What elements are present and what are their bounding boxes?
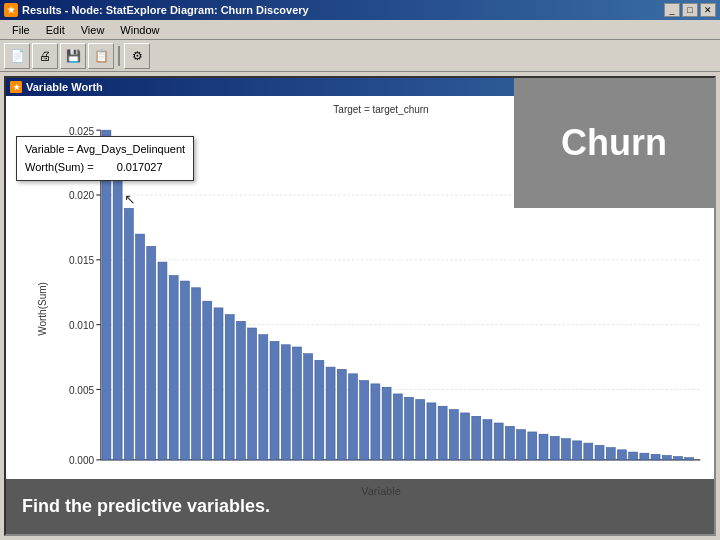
bottom-overlay-text: Find the predictive variables. bbox=[22, 496, 270, 517]
toolbar-new-button[interactable]: 📄 bbox=[4, 43, 30, 69]
bar-37 bbox=[517, 430, 526, 460]
bar-23 bbox=[360, 381, 369, 460]
churn-overlay: Churn bbox=[514, 78, 714, 208]
panel-icon: ★ bbox=[10, 81, 22, 93]
menu-edit[interactable]: Edit bbox=[38, 22, 73, 38]
minimize-button[interactable]: _ bbox=[664, 3, 680, 17]
bar-43 bbox=[584, 443, 593, 460]
bar-38 bbox=[528, 432, 537, 460]
bar-42 bbox=[573, 441, 582, 460]
bar-15 bbox=[270, 341, 279, 459]
tooltip-worth-value: 0.017027 bbox=[117, 161, 163, 173]
menu-view[interactable]: View bbox=[73, 22, 113, 38]
bar-31 bbox=[449, 410, 458, 460]
svg-text:0.010: 0.010 bbox=[69, 320, 95, 331]
bar-36 bbox=[505, 426, 514, 460]
bar-24 bbox=[371, 384, 380, 460]
bar-28 bbox=[416, 400, 425, 460]
bar-18 bbox=[304, 354, 313, 460]
tooltip-variable-value: Avg_Days_Delinquent bbox=[76, 143, 185, 155]
bar-17 bbox=[292, 347, 301, 460]
y-axis-label: Worth(Sum) bbox=[37, 282, 48, 336]
bar-14 bbox=[259, 335, 268, 460]
toolbar-copy-button[interactable]: 📋 bbox=[88, 43, 114, 69]
bar-10 bbox=[214, 308, 223, 460]
bar-44 bbox=[595, 445, 604, 460]
panel-title-left: ★ Variable Worth bbox=[10, 81, 103, 93]
bar-48 bbox=[640, 453, 649, 460]
window-controls: _ □ ✕ bbox=[664, 3, 716, 17]
svg-text:0.005: 0.005 bbox=[69, 385, 95, 396]
toolbar-save-button[interactable]: 💾 bbox=[60, 43, 86, 69]
bar-33 bbox=[472, 416, 481, 460]
tooltip-worth-label: Worth(Sum) = bbox=[25, 161, 94, 173]
menu-file[interactable]: File bbox=[4, 22, 38, 38]
chart-panel: ★ Variable Worth - □ ✕ Target = target_c… bbox=[4, 76, 716, 536]
bar-13 bbox=[248, 328, 257, 460]
svg-text:0.020: 0.020 bbox=[69, 190, 95, 201]
tooltip-variable-label: Variable = bbox=[25, 143, 74, 155]
main-content: ★ Variable Worth - □ ✕ Target = target_c… bbox=[0, 72, 720, 540]
menu-bar: File Edit View Window bbox=[0, 20, 720, 40]
bar-50 bbox=[662, 455, 671, 459]
bar-46 bbox=[617, 450, 626, 460]
tooltip: Variable = Avg_Days_Delinquent Worth(Sum… bbox=[16, 136, 194, 181]
bottom-overlay: Find the predictive variables. bbox=[6, 479, 714, 534]
bar-9 bbox=[203, 301, 212, 460]
bar-51 bbox=[674, 457, 683, 460]
bar-41 bbox=[561, 439, 570, 460]
bar-45 bbox=[606, 448, 615, 460]
svg-text:0.015: 0.015 bbox=[69, 255, 95, 266]
title-bar-left: ★ Results - Node: StatExplore Diagram: C… bbox=[4, 3, 309, 17]
window-title: Results - Node: StatExplore Diagram: Chu… bbox=[22, 4, 309, 16]
bar-11 bbox=[225, 315, 234, 460]
bar-6 bbox=[169, 275, 178, 459]
bar-4 bbox=[147, 246, 156, 459]
bar-32 bbox=[461, 413, 470, 460]
bar-30 bbox=[438, 406, 447, 460]
toolbar-print-button[interactable]: 🖨 bbox=[32, 43, 58, 69]
title-bar: ★ Results - Node: StatExplore Diagram: C… bbox=[0, 0, 720, 20]
bar-12 bbox=[236, 321, 245, 460]
bar-8 bbox=[192, 288, 201, 460]
close-button[interactable]: ✕ bbox=[700, 3, 716, 17]
toolbar-settings-button[interactable]: ⚙ bbox=[124, 43, 150, 69]
bar-22 bbox=[349, 374, 358, 460]
bar-52 bbox=[685, 458, 694, 460]
bar-27 bbox=[405, 397, 414, 460]
bar-39 bbox=[539, 434, 548, 460]
panel-title-text: Variable Worth bbox=[26, 81, 103, 93]
bar-21 bbox=[337, 369, 346, 460]
bar-7 bbox=[180, 281, 189, 460]
bar-16 bbox=[281, 345, 290, 460]
bar-5 bbox=[158, 262, 167, 460]
bar-20 bbox=[326, 367, 335, 460]
bar-2 bbox=[124, 208, 133, 459]
toolbar-separator bbox=[118, 46, 120, 66]
svg-text:0.025: 0.025 bbox=[69, 126, 95, 137]
churn-overlay-text: Churn bbox=[561, 122, 667, 164]
bar-3 bbox=[136, 234, 145, 460]
svg-text:0.000: 0.000 bbox=[69, 455, 95, 466]
bar-26 bbox=[393, 394, 402, 460]
maximize-button[interactable]: □ bbox=[682, 3, 698, 17]
bar-1 bbox=[113, 156, 122, 460]
bar-47 bbox=[629, 452, 638, 460]
bar-49 bbox=[651, 454, 660, 460]
toolbar: 📄 🖨 💾 📋 ⚙ bbox=[0, 40, 720, 72]
bar-19 bbox=[315, 360, 324, 459]
bar-29 bbox=[427, 403, 436, 460]
bar-34 bbox=[483, 420, 492, 460]
app-icon: ★ bbox=[4, 3, 18, 17]
bar-25 bbox=[382, 387, 391, 460]
menu-window[interactable]: Window bbox=[112, 22, 167, 38]
bar-35 bbox=[494, 423, 503, 460]
mouse-cursor: ↖ bbox=[124, 191, 136, 207]
bar-40 bbox=[550, 436, 559, 459]
